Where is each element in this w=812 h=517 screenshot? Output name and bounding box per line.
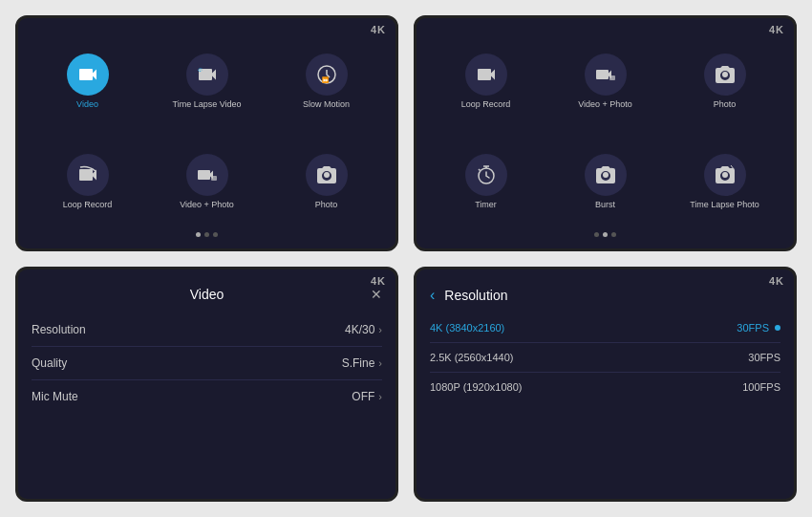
settings-header: Video ✕ xyxy=(32,287,382,302)
settings-row-micmute[interactable]: Mic Mute OFF › xyxy=(32,380,382,413)
micmute-chevron: › xyxy=(378,391,382,402)
settings-value-resolution: 4K/30 › xyxy=(345,323,382,336)
menu-item-loop-record-s2[interactable]: Loop Record xyxy=(430,35,542,128)
dot-1 xyxy=(196,232,201,237)
dot-s2-2 xyxy=(603,232,608,237)
menu-label-timelapse-photo: Time Lapse Photo xyxy=(690,200,759,210)
res-label-1080p: 1080P (1920x1080) xyxy=(430,381,522,393)
timer-icon xyxy=(465,154,507,196)
burst-icon: + xyxy=(585,154,627,196)
menu-label-video: Video xyxy=(76,99,98,110)
dots-s1 xyxy=(32,232,382,237)
res-fps-1080p: 100FPS xyxy=(742,381,780,393)
badge-4k-s4: 4K xyxy=(769,275,784,287)
quality-chevron: › xyxy=(378,357,382,369)
svg-rect-3 xyxy=(211,176,217,181)
badge-4k-s3: 4K xyxy=(371,275,386,287)
screen4: 4K ‹ Resolution 4K (3840x2160) 30FPS 2.5… xyxy=(414,267,797,503)
dots-s2 xyxy=(430,232,780,237)
screen2: 4K Loop Record Video + Photo xyxy=(414,15,797,251)
menu-item-photo[interactable]: Photo xyxy=(270,136,382,228)
main-grid: 4K Video ⏱ Time Lapse Video ⏩ xyxy=(0,0,812,517)
settings-row-quality[interactable]: Quality S.Fine › xyxy=(32,347,382,380)
quality-value-text: S.Fine xyxy=(342,356,375,370)
screen3: 4K Video ✕ Resolution 4K/30 › Quality S.… xyxy=(15,267,398,503)
loop-record-icon-s2 xyxy=(465,54,507,96)
res-row-4k[interactable]: 4K (3840x2160) 30FPS xyxy=(430,313,780,343)
menu-item-loop-record[interactable]: Loop Record xyxy=(32,136,143,228)
menu-label-photo-s2: Photo xyxy=(714,99,737,110)
settings-key-quality: Quality xyxy=(32,356,67,370)
res-fps-4k: 30FPS xyxy=(737,322,780,334)
res-label-25k: 2.5K (2560x1440) xyxy=(430,352,513,363)
dot-s2-1 xyxy=(594,232,599,237)
screen1: 4K Video ⏱ Time Lapse Video ⏩ xyxy=(15,15,398,251)
icon-grid-s2: Loop Record Video + Photo Photo xyxy=(430,35,780,228)
resolution-title: Resolution xyxy=(444,288,507,303)
photo-icon xyxy=(306,154,348,196)
menu-label-loop-record-s2: Loop Record xyxy=(461,99,511,110)
menu-item-burst[interactable]: + Burst xyxy=(549,136,661,228)
menu-label-video-photo: Video + Photo xyxy=(180,200,234,210)
video-icon xyxy=(67,54,109,96)
settings-key-micmute: Mic Mute xyxy=(32,390,78,403)
svg-point-4 xyxy=(324,172,330,178)
active-indicator xyxy=(775,325,780,331)
loop-record-icon xyxy=(67,154,109,196)
photo-icon-s2 xyxy=(704,54,746,96)
settings-key-resolution: Resolution xyxy=(32,323,86,336)
resolution-header: ‹ Resolution xyxy=(430,287,780,304)
video-photo-icon-s2 xyxy=(585,54,627,96)
res-fps-25k: 30FPS xyxy=(748,352,780,363)
video-photo-icon xyxy=(186,154,228,196)
settings-value-micmute: OFF › xyxy=(352,390,382,403)
icon-grid-s1: Video ⏱ Time Lapse Video ⏩ Slow Motion xyxy=(32,35,382,228)
svg-point-10 xyxy=(722,172,728,178)
menu-item-video-photo[interactable]: Video + Photo xyxy=(151,136,263,228)
res-label-4k: 4K (3840x2160) xyxy=(430,322,504,334)
back-button[interactable]: ‹ xyxy=(430,287,435,304)
dot-s2-3 xyxy=(611,232,616,237)
menu-label-burst: Burst xyxy=(595,200,615,210)
menu-item-video[interactable]: Video xyxy=(32,35,143,128)
menu-item-photo-s2[interactable]: Photo xyxy=(669,35,780,128)
menu-item-timer[interactable]: Timer xyxy=(430,136,542,228)
svg-text:+: + xyxy=(609,166,613,173)
menu-label-timelapse-video: Time Lapse Video xyxy=(172,99,241,110)
menu-label-slow-motion: Slow Motion xyxy=(303,99,350,110)
res-row-1080p[interactable]: 1080P (1920x1080) 100FPS xyxy=(430,373,780,401)
svg-rect-5 xyxy=(609,75,615,80)
menu-label-video-photo-s2: Video + Photo xyxy=(578,99,632,110)
settings-row-resolution[interactable]: Resolution 4K/30 › xyxy=(32,313,382,347)
resolution-chevron: › xyxy=(378,324,382,335)
menu-item-timelapse-photo[interactable]: Time Lapse Photo xyxy=(669,136,780,228)
svg-text:⏱: ⏱ xyxy=(198,67,203,73)
res-fps-4k-text: 30FPS xyxy=(737,322,769,334)
timelapse-video-icon: ⏱ xyxy=(186,54,228,96)
settings-value-quality: S.Fine › xyxy=(342,356,382,370)
menu-label-photo: Photo xyxy=(315,200,338,210)
menu-label-loop-record: Loop Record xyxy=(63,200,113,210)
resolution-value-text: 4K/30 xyxy=(345,323,374,336)
slow-motion-icon: ⏩ xyxy=(306,54,348,96)
close-button[interactable]: ✕ xyxy=(371,287,382,302)
dot-3 xyxy=(213,232,218,237)
svg-point-8 xyxy=(603,172,609,178)
res-fps-25k-text: 30FPS xyxy=(748,352,780,363)
badge-4k-s2: 4K xyxy=(769,24,784,35)
res-fps-1080p-text: 100FPS xyxy=(742,381,780,393)
svg-text:⏩: ⏩ xyxy=(322,76,330,84)
micmute-value-text: OFF xyxy=(352,390,374,403)
res-row-25k[interactable]: 2.5K (2560x1440) 30FPS xyxy=(430,343,780,373)
dot-2 xyxy=(204,232,209,237)
badge-4k-s1: 4K xyxy=(371,24,386,35)
menu-item-video-photo-s2[interactable]: Video + Photo xyxy=(549,35,661,128)
menu-item-slow-motion[interactable]: ⏩ Slow Motion xyxy=(270,35,382,128)
svg-point-6 xyxy=(722,72,728,77)
menu-item-timelapse-video[interactable]: ⏱ Time Lapse Video xyxy=(151,35,263,128)
timelapse-photo-icon xyxy=(704,154,746,196)
settings-title: Video xyxy=(190,287,224,302)
menu-label-timer: Timer xyxy=(475,200,497,210)
